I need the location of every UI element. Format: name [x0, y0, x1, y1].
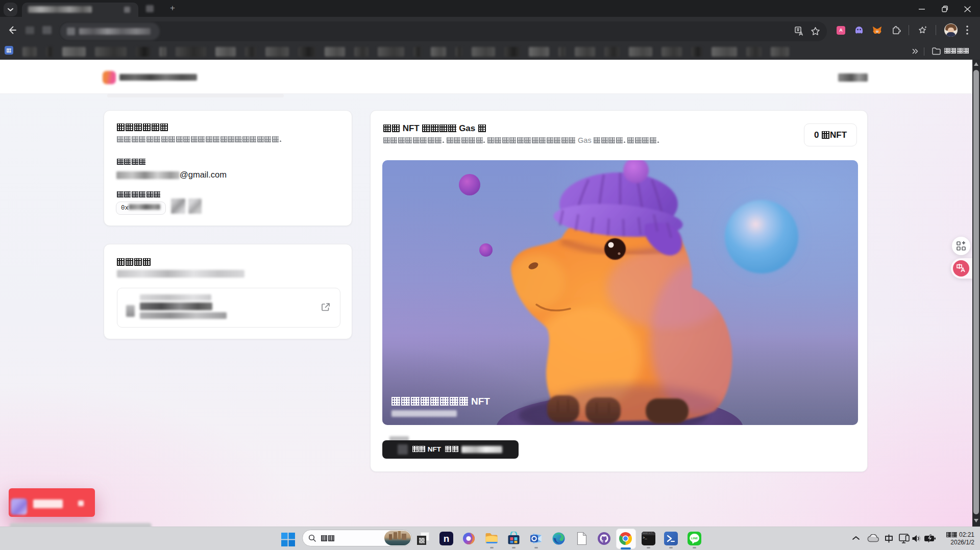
- svg-text:LINE: LINE: [691, 537, 698, 540]
